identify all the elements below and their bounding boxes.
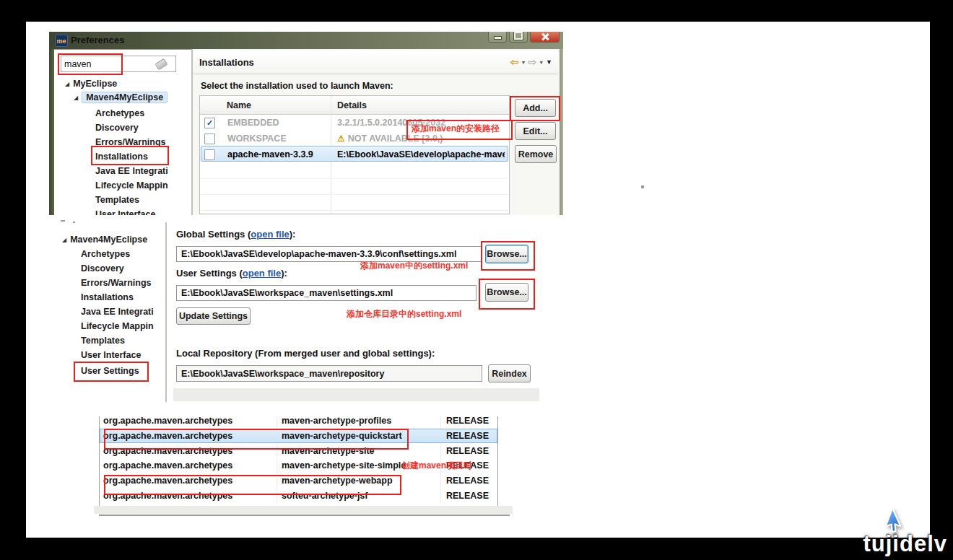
window-left-border [49, 49, 54, 215]
dialog-titlebar[interactable]: me Preferences [49, 32, 563, 50]
column-name[interactable]: Name [200, 100, 331, 110]
tree-item-lifecycle-mapping[interactable]: Lifecycle Mappin [95, 178, 168, 193]
local-repository-input: E:\Ebook\JavaSE\workspace_maven\reposito… [176, 365, 482, 382]
tree2-item-user-interface[interactable]: User Interface [81, 348, 141, 362]
reindex-button[interactable]: Reindex [488, 364, 531, 382]
column-details[interactable]: Details [331, 100, 367, 110]
expand-icon[interactable]: ◢ [74, 95, 78, 101]
annotation-create-project: 创建maven项目时 [401, 460, 472, 472]
highlight-box-webapp [104, 475, 401, 495]
highlight-box-quickstart [104, 429, 409, 450]
forward-history-caret-icon[interactable]: ▼ [539, 60, 544, 65]
window-right-border [560, 49, 563, 215]
mouse-cursor-icon [887, 507, 908, 535]
minimize-icon [494, 36, 502, 40]
panel-divider-2 [165, 222, 167, 402]
archetype-row[interactable]: org.apache.maven.archetypes maven-archet… [100, 416, 497, 429]
highlight-box-user-settings [74, 362, 149, 382]
tree-item-discovery[interactable]: Discovery [95, 121, 139, 135]
highlight-box-browse-1 [481, 241, 535, 271]
table-row-apache-maven[interactable]: apache-maven-3.3.9 E:\Ebook\JavaSE\devel… [200, 146, 509, 162]
global-settings-label: Global Settings (open file): [176, 229, 295, 240]
tree-item-myeclipse[interactable]: ◢ MyEclipse [65, 76, 117, 91]
tree2-item-discovery[interactable]: Discovery [81, 261, 124, 276]
global-open-file-link[interactable]: open file [251, 229, 289, 240]
panel-title: Installations [199, 57, 254, 68]
checkbox-unchecked[interactable] [204, 134, 215, 144]
highlight-box-browse-2 [479, 279, 535, 310]
update-settings-button[interactable]: Update Settings [176, 307, 251, 325]
row-separator [201, 194, 508, 195]
maximize-button[interactable] [509, 32, 528, 43]
tree-item-java-ee-integration[interactable]: Java EE Integrati [95, 164, 168, 178]
installations-table: Name Details ✓ EMBEDDED 3.2.1/1.5.0.2014… [199, 95, 510, 214]
panel-bottom-strip [173, 388, 539, 401]
dialog-title: Preferences [71, 35, 124, 45]
edit-button[interactable]: Edit... [515, 122, 556, 140]
table-bottom-line [99, 515, 510, 516]
local-repository-label: Local Repository (From merged user and g… [176, 348, 435, 359]
tree2-item-archetypes[interactable]: Archetypes [81, 247, 130, 261]
back-history-caret-icon[interactable]: ▼ [521, 60, 526, 65]
tree2-item-templates[interactable]: Templates [81, 333, 125, 348]
table-bottom-strip [94, 506, 513, 514]
tree2-item-installations[interactable]: Installations [81, 290, 134, 305]
user-settings-label: User Settings (open file): [176, 268, 287, 279]
tree2-item-java-ee-integration[interactable]: Java EE Integrati [81, 305, 154, 319]
checkbox-unchecked[interactable] [204, 149, 215, 160]
expand-icon[interactable]: ◢ [62, 237, 66, 243]
annotation-install-path: 添加maven的安装路径 [412, 123, 500, 135]
forward-arrow-icon[interactable]: ⇨ [528, 57, 536, 67]
check-icon: ✓ [206, 119, 213, 127]
screenshot-root: me Preferences maven ◢ MyEclipse ◢ Maven… [0, 0, 953, 560]
tree-item-archetypes[interactable]: Archetypes [95, 106, 144, 121]
myeclipse-app-icon: me [55, 35, 68, 47]
remove-button[interactable]: Remove [515, 145, 557, 163]
table-header[interactable]: Name Details [200, 96, 509, 115]
tree-item-user-interface[interactable]: User Interface [95, 207, 155, 215]
tree2-item-maven4myeclipse[interactable]: ◢ Maven4MyEclipse [62, 232, 147, 247]
artifact-mark [61, 220, 65, 222]
tree-item-maven4myeclipse[interactable]: ◢ Maven4MyEclipse [74, 90, 167, 105]
view-menu-caret-icon[interactable]: ▼ [546, 59, 552, 66]
close-icon [541, 33, 549, 40]
minimize-button[interactable] [488, 32, 507, 43]
expand-icon[interactable]: ◢ [65, 81, 69, 87]
highlight-box-installations [91, 146, 169, 165]
user-open-file-link[interactable]: open file [243, 268, 281, 279]
tree2-item-errors-warnings[interactable]: Errors/Warnings [81, 276, 151, 290]
annotation-repo-setting: 添加仓库目录中的setting.xml [347, 308, 461, 320]
panel-header: Installations ⇦ ▼ ⇨ ▼ ▼ [193, 51, 558, 74]
highlight-box-search [58, 53, 123, 75]
tree2-item-lifecycle-mapping[interactable]: Lifecycle Mappin [81, 319, 154, 333]
tree-item-templates[interactable]: Templates [95, 193, 139, 207]
highlight-box-add [510, 96, 560, 121]
back-arrow-icon[interactable]: ⇦ [510, 57, 519, 67]
row-separator [201, 178, 508, 179]
user-settings-input[interactable]: E:\Ebook\JavaSE\workspace_maven\settings… [176, 285, 476, 301]
checkbox-checked[interactable]: ✓ [204, 118, 215, 128]
panel-description: Select the installation used to launch M… [201, 81, 393, 91]
maximize-icon [514, 32, 523, 40]
row-separator [201, 210, 508, 211]
close-button[interactable] [530, 32, 560, 43]
artifact-mark [73, 222, 75, 223]
artifact-dot [641, 185, 644, 188]
annotation-maven-setting: 添加maven中的setting.xml [360, 260, 468, 272]
warning-icon: ⚠ [337, 134, 345, 143]
